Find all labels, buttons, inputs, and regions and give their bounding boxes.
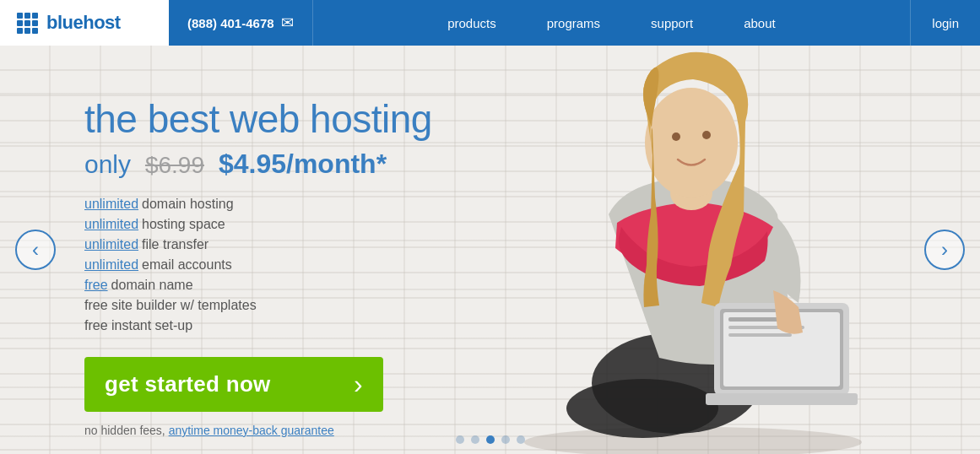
logo[interactable]: bluehost	[0, 0, 169, 46]
feature-unlimited-1[interactable]: unlimited	[84, 197, 138, 212]
chat-icon: ✉	[281, 14, 294, 32]
guarantee-prefix: no hidden fees,	[84, 424, 165, 437]
feature-instant-setup: free instant set-up	[84, 318, 432, 333]
next-slide-button[interactable]: ›	[924, 230, 965, 270]
nav-programs[interactable]: programs	[522, 0, 625, 46]
hero-section: ‹ the best web hosting only $6.99 $4.95/…	[0, 46, 980, 454]
feature-unlimited-3[interactable]: unlimited	[84, 237, 138, 252]
nav-links: products programs support about	[313, 0, 911, 46]
prev-arrow-icon: ‹	[32, 240, 39, 260]
nav-products[interactable]: products	[422, 0, 522, 46]
next-arrow-icon: ›	[941, 240, 948, 260]
logo-text: bluehost	[46, 12, 121, 34]
svg-point-2	[566, 379, 718, 438]
get-started-button[interactable]: get started now ›	[84, 357, 383, 412]
hero-content: the best web hosting only $6.99 $4.95/mo…	[84, 96, 432, 437]
feature-hosting-space: unlimited hosting space	[84, 217, 432, 232]
guarantee-line: no hidden fees, anytime money-back guara…	[84, 424, 432, 437]
slide-dot-4[interactable]	[501, 435, 510, 444]
slide-dots	[456, 435, 525, 444]
login-label: login	[932, 16, 959, 30]
slide-dot-2[interactable]	[471, 435, 479, 444]
feature-unlimited-2[interactable]: unlimited	[84, 217, 138, 232]
svg-point-6	[702, 131, 711, 139]
feature-email-accounts: unlimited email accounts	[84, 257, 432, 273]
slide-dot-1[interactable]	[456, 435, 464, 444]
svg-rect-12	[728, 333, 792, 337]
feature-unlimited-4[interactable]: unlimited	[84, 257, 138, 273]
features-list: unlimited domain hosting unlimited hosti…	[84, 197, 432, 333]
cta-label: get started now	[105, 371, 271, 397]
feature-site-builder: free site builder w/ templates	[84, 298, 432, 313]
price-prefix: only	[84, 150, 131, 178]
new-price: $4.95/month*	[219, 149, 387, 179]
logo-grid-icon	[17, 13, 38, 34]
feature-domain-hosting: unlimited domain hosting	[84, 197, 432, 212]
navbar: bluehost (888) 401-4678 ✉ products progr…	[0, 0, 980, 46]
svg-point-4	[645, 88, 738, 197]
prev-slide-button[interactable]: ‹	[15, 230, 56, 270]
svg-rect-10	[728, 317, 779, 322]
feature-file-transfer: unlimited file transfer	[84, 237, 432, 252]
hero-headline: the best web hosting	[84, 96, 432, 142]
price-line: only $6.99 $4.95/month*	[84, 149, 432, 180]
nav-about[interactable]: about	[718, 0, 801, 46]
guarantee-link[interactable]: anytime money-back guarantee	[169, 424, 334, 437]
hero-person-image	[474, 46, 912, 454]
svg-point-5	[672, 132, 680, 141]
feature-domain-name: free domain name	[84, 278, 432, 293]
svg-rect-13	[706, 393, 858, 405]
login-area[interactable]: login	[910, 0, 980, 46]
slide-dot-5[interactable]	[517, 435, 525, 444]
phone-area[interactable]: (888) 401-4678 ✉	[169, 0, 313, 46]
cta-arrow-icon: ›	[354, 369, 363, 400]
slide-dot-3[interactable]	[486, 435, 495, 444]
original-price: $6.99	[145, 152, 204, 178]
nav-support[interactable]: support	[625, 0, 718, 46]
feature-free-1[interactable]: free	[84, 278, 108, 293]
person-svg	[474, 46, 912, 454]
phone-number: (888) 401-4678	[187, 16, 274, 30]
